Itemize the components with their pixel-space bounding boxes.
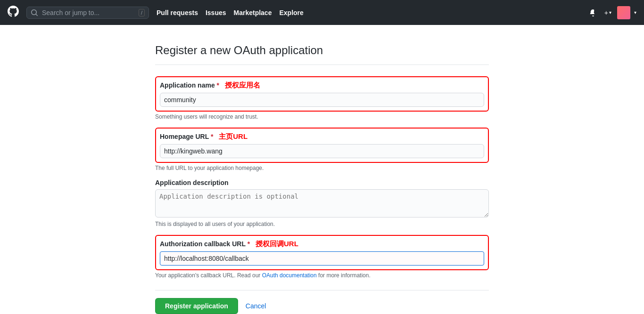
homepage-url-label: Homepage URL * 主页URL [160,132,484,141]
homepage-url-input[interactable] [160,144,484,158]
search-kbd: / [139,9,145,16]
nav-pull-requests[interactable]: Pull requests [157,9,198,16]
search-icon [31,9,38,16]
app-name-bordered: Application name * 授权应用名 [155,76,489,112]
callback-url-hint: Your application's callback URL. Read ou… [155,272,489,279]
register-button[interactable]: Register application [155,298,238,314]
callback-url-label: Authorization callback URL * 授权回调URL [160,240,484,249]
main-content: Register a new OAuth application Applica… [148,25,496,314]
github-logo[interactable] [8,6,19,20]
callback-url-bordered: Authorization callback URL * 授权回调URL [155,235,489,270]
avatar-dropdown[interactable]: ▾ [634,10,636,15]
app-name-hint: Something users will recognize and trust… [155,113,489,120]
plus-button[interactable]: + ▾ [603,7,613,18]
search-bar[interactable]: / [26,7,149,19]
description-textarea[interactable] [155,189,489,217]
callback-url-group: Authorization callback URL * 授权回调URL You… [155,235,489,279]
description-label: Application description [155,179,489,186]
app-name-group: Application name * 授权应用名 Something users… [155,76,489,120]
header-nav: Pull requests Issues Marketplace Explore [157,9,580,16]
bell-icon [589,9,597,16]
notification-button[interactable] [587,7,599,18]
search-input[interactable] [42,9,135,16]
nav-issues[interactable]: Issues [206,9,226,16]
action-area: Register application Cancel [155,290,489,314]
description-group: Application description This is displaye… [155,179,489,227]
avatar[interactable] [617,6,630,19]
oauth-docs-link[interactable]: OAuth documentation [262,272,317,279]
app-name-input[interactable] [160,93,484,107]
homepage-url-bordered: Homepage URL * 主页URL [155,128,489,163]
homepage-url-hint: The full URL to your application homepag… [155,165,489,171]
homepage-url-group: Homepage URL * 主页URL The full URL to you… [155,128,489,171]
description-hint: This is displayed to all users of your a… [155,221,489,227]
header-right: + ▾ ▾ [587,6,636,19]
nav-explore[interactable]: Explore [279,9,303,16]
cancel-button[interactable]: Cancel [246,302,266,310]
header: / Pull requests Issues Marketplace Explo… [0,0,644,25]
app-name-label: Application name * 授权应用名 [160,81,484,90]
callback-url-input[interactable] [160,251,484,266]
page-title: Register a new OAuth application [155,44,489,65]
nav-marketplace[interactable]: Marketplace [234,9,272,16]
